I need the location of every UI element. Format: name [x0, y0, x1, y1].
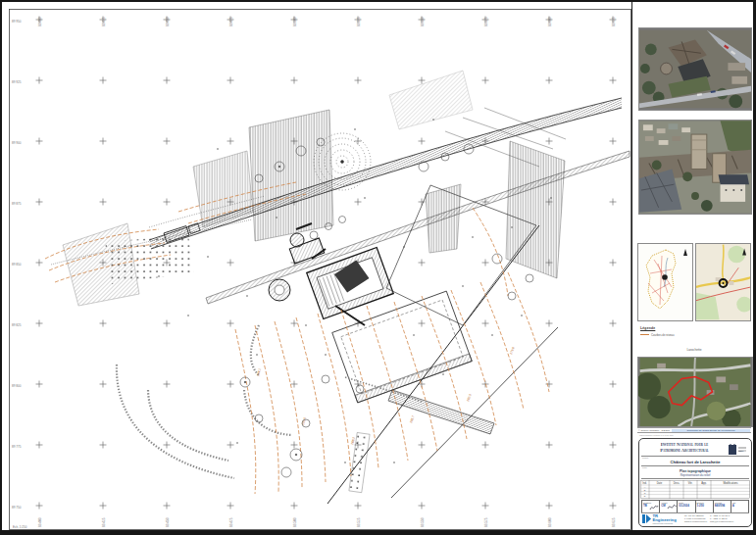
svg-text:83 575: 83 575	[484, 517, 488, 527]
photo-caption: Larochette	[637, 348, 751, 352]
firm-contact: T. +352 49 00 65-1 F. +352 49 22 89 mail…	[710, 514, 733, 525]
svg-text:83 425: 83 425	[102, 517, 106, 527]
svg-text:89 800: 89 800	[12, 384, 22, 388]
approval-value: 1:250	[697, 504, 712, 508]
legend: Légende Courbes de niveau	[640, 326, 750, 337]
svg-text:83 550: 83 550	[421, 517, 425, 527]
plan-title-line1: Plan topographique	[641, 469, 749, 473]
svg-text:83 500: 83 500	[293, 17, 297, 26]
svg-text:89 775: 89 775	[12, 445, 22, 449]
credits-portal: Géoportail du Grand-Duché de Luxembourg	[672, 429, 750, 432]
approval-value: 03.2024	[679, 504, 693, 508]
svg-text:Vér.: Vér.	[688, 480, 693, 484]
svg-text:83 550: 83 550	[421, 17, 425, 26]
inpa-logo-text: INPA	[738, 450, 744, 453]
site-plan: 89 950 89 925 89 900 89 875 89 850 89 82…	[2, 2, 633, 532]
map-local-roads-image	[696, 244, 751, 320]
svg-text:89 925: 89 925	[12, 80, 22, 84]
institute-name: Institut National pour le Patrimoine Arc…	[643, 442, 726, 453]
svg-text:App.: App.	[701, 480, 707, 484]
project-label: Projet:	[642, 457, 649, 459]
plan-label: Plan:	[642, 466, 647, 468]
signature-icon	[649, 504, 659, 511]
photo-castle-towers-image	[639, 121, 751, 214]
credits-source: © Origine Cadastre	[638, 429, 659, 432]
approval-value: A	[732, 504, 747, 508]
svg-text:83 625: 83 625	[612, 517, 616, 527]
credits-scale: 1:2 500	[661, 429, 669, 432]
credits-bar: © Origine Cadastre 1:2 500 Géoportail du…	[637, 427, 751, 433]
photo-aerial-site-image	[638, 358, 752, 426]
plan-title-line2: Représentation du relief	[641, 473, 749, 477]
svg-text:89 750: 89 750	[12, 506, 22, 510]
photo-aerial-town	[638, 27, 752, 111]
photo-aerial-town-image	[639, 28, 751, 110]
svg-text:89 950: 89 950	[12, 20, 22, 24]
svg-text:83 600: 83 600	[548, 17, 552, 26]
firm-address: 86, rue de l'Égalité L-1456 Luxembourg w…	[684, 514, 707, 525]
approval-strip: Dessiné TB Vérifié CM Date	[641, 500, 749, 513]
svg-text:83 600: 83 600	[548, 517, 552, 527]
inpa-logo: INPA	[728, 442, 748, 454]
svg-text:83 475: 83 475	[229, 517, 233, 527]
svg-text:83 525: 83 525	[357, 517, 361, 527]
location-maps	[637, 243, 751, 321]
map-luxembourg	[637, 243, 693, 321]
map-luxembourg-image	[638, 244, 693, 320]
photo-aerial-site-outline	[637, 357, 753, 427]
firm-identity: TR Engineering ingénieurs-conseils	[642, 514, 681, 525]
project-title: Château fort de Larochette	[641, 460, 749, 464]
svg-text:83 525: 83 525	[357, 17, 361, 26]
svg-text:83 450: 83 450	[166, 17, 170, 26]
approval-cell: Format 840/594	[713, 501, 731, 512]
legend-item-label: Courbes de niveau	[651, 333, 674, 337]
svg-text:89 900: 89 900	[12, 141, 22, 145]
svg-text:89 875: 89 875	[12, 202, 22, 206]
drawing-sheet: 89 950 89 925 89 900 89 875 89 850 89 82…	[0, 0, 756, 535]
approval-cell: Date 03.2024	[677, 501, 694, 512]
svg-text:Date: Date	[657, 480, 663, 484]
svg-text:83 500: 83 500	[293, 517, 297, 527]
svg-text:D: D	[644, 495, 646, 498]
tr-engineering-logo	[642, 514, 651, 523]
svg-text:Dess.: Dess.	[674, 480, 680, 484]
svg-text:83 425: 83 425	[102, 17, 106, 26]
legend-title: Légende	[640, 326, 750, 330]
sidebar: Légende Courbes de niveau Larochette	[631, 2, 756, 530]
approval-cell: Ind. A	[731, 501, 748, 512]
titleblock-frame: Institut National pour le Patrimoine Arc…	[638, 438, 752, 527]
svg-text:83 575: 83 575	[484, 17, 488, 26]
svg-text:83 450: 83 450	[166, 517, 170, 527]
approval-cell: Vérifié CM	[659, 501, 677, 512]
approval-cell: Echelle 1:250	[695, 501, 713, 512]
svg-text:83 475: 83 475	[229, 17, 233, 26]
marker-dot	[662, 274, 668, 280]
divider	[641, 465, 749, 466]
titleblock: GSPublisherVersion 0.0.100.100 Institut …	[637, 434, 752, 528]
svg-text:83 400: 83 400	[38, 17, 42, 26]
approval-value: 840/594	[715, 504, 730, 508]
sheet-footer-note: Ech. 1:250	[13, 525, 27, 529]
photo-castle-towers	[638, 120, 752, 215]
firm-footer: TR Engineering ingénieurs-conseils 86, r…	[642, 514, 749, 525]
contact-line: mail@tr-engineering.lu	[710, 520, 733, 523]
revision-table: Ind. Date Dess. Vér. App. Modifications …	[640, 480, 750, 499]
divider	[641, 456, 749, 457]
svg-text:83 400: 83 400	[38, 517, 42, 527]
address-line: www.tr-engineering.lu	[684, 520, 707, 523]
svg-text:89 850: 89 850	[12, 263, 22, 267]
legend-item: Courbes de niveau	[640, 333, 750, 337]
svg-text:Ind.: Ind.	[642, 480, 647, 484]
version-note: GSPublisherVersion 0.0.100.100	[639, 434, 674, 437]
signature-icon	[667, 504, 677, 511]
institute-line2: Patrimoine Architectural	[643, 448, 726, 454]
svg-text:89 825: 89 825	[12, 323, 22, 327]
approval-cell: Dessiné TB	[642, 501, 659, 512]
contour-swatch-icon	[640, 334, 649, 336]
svg-text:Modifications: Modifications	[723, 480, 738, 484]
svg-text:83 625: 83 625	[612, 17, 616, 26]
map-local-roads	[695, 243, 751, 321]
